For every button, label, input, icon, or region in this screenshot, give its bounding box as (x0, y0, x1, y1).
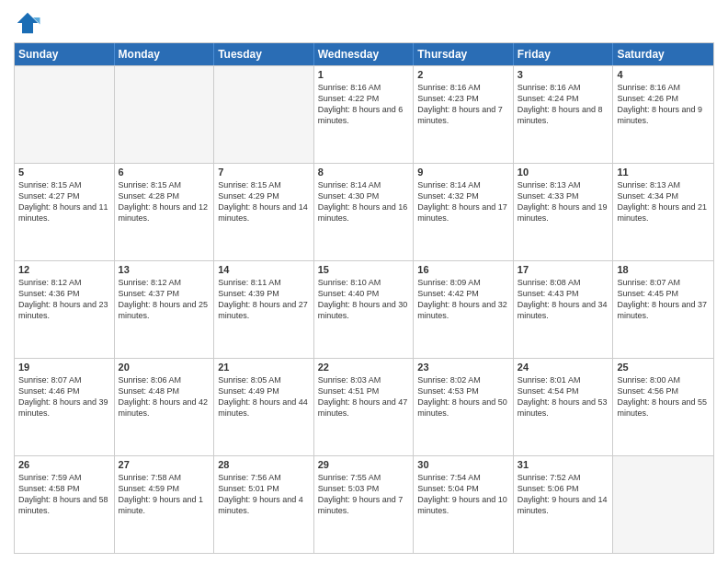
day-number: 30 (417, 459, 509, 470)
calendar-cell: 9Sunrise: 8:14 AM Sunset: 4:32 PM Daylig… (414, 164, 514, 260)
calendar-cell: 17Sunrise: 8:08 AM Sunset: 4:43 PM Dayli… (514, 261, 614, 358)
day-number: 8 (318, 167, 410, 178)
calendar-cell: 6Sunrise: 8:15 AM Sunset: 4:28 PM Daylig… (115, 164, 215, 260)
day-number: 17 (518, 264, 609, 275)
day-info: Sunrise: 8:16 AM Sunset: 4:23 PM Dayligh… (417, 82, 509, 127)
calendar-cell (115, 66, 215, 163)
weekday-header: Friday (514, 43, 614, 65)
day-number: 15 (318, 264, 410, 275)
day-number: 23 (417, 362, 509, 373)
day-info: Sunrise: 8:15 AM Sunset: 4:27 PM Dayligh… (18, 179, 110, 224)
calendar-cell: 1Sunrise: 8:16 AM Sunset: 4:22 PM Daylig… (314, 66, 415, 163)
weekday-header: Wednesday (314, 43, 415, 65)
calendar-row: 26Sunrise: 7:59 AM Sunset: 4:58 PM Dayli… (15, 455, 713, 553)
day-info: Sunrise: 8:08 AM Sunset: 4:43 PM Dayligh… (518, 277, 609, 322)
calendar-cell: 18Sunrise: 8:07 AM Sunset: 4:45 PM Dayli… (613, 261, 713, 358)
day-info: Sunrise: 8:02 AM Sunset: 4:53 PM Dayligh… (417, 374, 509, 419)
calendar-cell: 22Sunrise: 8:03 AM Sunset: 4:51 PM Dayli… (314, 359, 415, 455)
day-info: Sunrise: 8:14 AM Sunset: 4:30 PM Dayligh… (318, 179, 410, 224)
day-number: 26 (18, 459, 110, 470)
day-info: Sunrise: 8:15 AM Sunset: 4:28 PM Dayligh… (119, 179, 210, 224)
day-info: Sunrise: 7:58 AM Sunset: 4:59 PM Dayligh… (119, 472, 210, 517)
day-number: 13 (119, 264, 210, 275)
calendar-cell: 29Sunrise: 7:55 AM Sunset: 5:03 PM Dayli… (314, 456, 415, 553)
day-number: 29 (318, 459, 410, 470)
day-number: 7 (218, 167, 310, 178)
calendar-cell: 7Sunrise: 8:15 AM Sunset: 4:29 PM Daylig… (214, 164, 314, 260)
calendar-header: SundayMondayTuesdayWednesdayThursdayFrid… (15, 43, 713, 65)
weekday-header: Monday (115, 43, 215, 65)
day-number: 19 (18, 362, 110, 373)
day-number: 6 (119, 167, 210, 178)
day-info: Sunrise: 8:13 AM Sunset: 4:33 PM Dayligh… (518, 179, 609, 224)
day-info: Sunrise: 8:07 AM Sunset: 4:45 PM Dayligh… (617, 277, 710, 322)
calendar-cell: 3Sunrise: 8:16 AM Sunset: 4:24 PM Daylig… (514, 66, 614, 163)
calendar-cell: 24Sunrise: 8:01 AM Sunset: 4:54 PM Dayli… (514, 359, 614, 455)
day-number: 12 (18, 264, 110, 275)
day-info: Sunrise: 8:10 AM Sunset: 4:40 PM Dayligh… (318, 277, 410, 322)
calendar-cell: 19Sunrise: 8:07 AM Sunset: 4:46 PM Dayli… (15, 359, 115, 455)
day-number: 16 (417, 264, 509, 275)
day-number: 28 (218, 459, 310, 470)
day-number: 22 (318, 362, 410, 373)
calendar-body: 1Sunrise: 8:16 AM Sunset: 4:22 PM Daylig… (15, 65, 713, 553)
day-info: Sunrise: 8:09 AM Sunset: 4:42 PM Dayligh… (417, 277, 509, 322)
calendar-cell: 2Sunrise: 8:16 AM Sunset: 4:23 PM Daylig… (414, 66, 514, 163)
day-info: Sunrise: 8:14 AM Sunset: 4:32 PM Dayligh… (417, 179, 509, 224)
day-number: 27 (119, 459, 210, 470)
day-number: 1 (318, 69, 410, 80)
day-info: Sunrise: 8:01 AM Sunset: 4:54 PM Dayligh… (518, 374, 609, 419)
weekday-header: Sunday (15, 43, 115, 65)
day-number: 5 (18, 167, 110, 178)
calendar-row: 5Sunrise: 8:15 AM Sunset: 4:27 PM Daylig… (15, 163, 713, 260)
page-header (14, 9, 714, 37)
day-number: 20 (119, 362, 210, 373)
calendar-cell: 12Sunrise: 8:12 AM Sunset: 4:36 PM Dayli… (15, 261, 115, 358)
day-info: Sunrise: 8:12 AM Sunset: 4:36 PM Dayligh… (18, 277, 110, 322)
calendar-cell: 23Sunrise: 8:02 AM Sunset: 4:53 PM Dayli… (414, 359, 514, 455)
calendar-cell: 11Sunrise: 8:13 AM Sunset: 4:34 PM Dayli… (613, 164, 713, 260)
day-info: Sunrise: 8:07 AM Sunset: 4:46 PM Dayligh… (18, 374, 110, 419)
calendar-cell: 5Sunrise: 8:15 AM Sunset: 4:27 PM Daylig… (15, 164, 115, 260)
day-number: 11 (617, 167, 710, 178)
day-info: Sunrise: 7:59 AM Sunset: 4:58 PM Dayligh… (18, 472, 110, 517)
calendar-row: 12Sunrise: 8:12 AM Sunset: 4:36 PM Dayli… (15, 260, 713, 358)
day-info: Sunrise: 7:54 AM Sunset: 5:04 PM Dayligh… (417, 472, 509, 517)
calendar-row: 19Sunrise: 8:07 AM Sunset: 4:46 PM Dayli… (15, 358, 713, 455)
calendar-cell: 28Sunrise: 7:56 AM Sunset: 5:01 PM Dayli… (214, 456, 314, 553)
calendar-cell: 20Sunrise: 8:06 AM Sunset: 4:48 PM Dayli… (115, 359, 215, 455)
day-info: Sunrise: 7:52 AM Sunset: 5:06 PM Dayligh… (518, 472, 609, 517)
day-number: 9 (417, 167, 509, 178)
day-number: 2 (417, 69, 509, 80)
day-info: Sunrise: 8:13 AM Sunset: 4:34 PM Dayligh… (617, 179, 710, 224)
calendar-cell: 21Sunrise: 8:05 AM Sunset: 4:49 PM Dayli… (214, 359, 314, 455)
logo-icon (14, 9, 41, 37)
day-info: Sunrise: 8:03 AM Sunset: 4:51 PM Dayligh… (318, 374, 410, 419)
day-info: Sunrise: 8:15 AM Sunset: 4:29 PM Dayligh… (218, 179, 310, 224)
day-info: Sunrise: 8:06 AM Sunset: 4:48 PM Dayligh… (119, 374, 210, 419)
day-number: 10 (518, 167, 609, 178)
weekday-header: Thursday (414, 43, 514, 65)
day-info: Sunrise: 8:11 AM Sunset: 4:39 PM Dayligh… (218, 277, 310, 322)
day-number: 4 (617, 69, 710, 80)
logo (14, 9, 45, 37)
calendar-cell: 26Sunrise: 7:59 AM Sunset: 4:58 PM Dayli… (15, 456, 115, 553)
day-number: 14 (218, 264, 310, 275)
weekday-header: Saturday (613, 43, 713, 65)
calendar-cell (15, 66, 115, 163)
calendar-cell: 14Sunrise: 8:11 AM Sunset: 4:39 PM Dayli… (214, 261, 314, 358)
calendar-row: 1Sunrise: 8:16 AM Sunset: 4:22 PM Daylig… (15, 65, 713, 163)
calendar-cell (613, 456, 713, 553)
day-info: Sunrise: 7:55 AM Sunset: 5:03 PM Dayligh… (318, 472, 410, 517)
calendar-cell: 27Sunrise: 7:58 AM Sunset: 4:59 PM Dayli… (115, 456, 215, 553)
day-number: 25 (617, 362, 710, 373)
calendar-cell: 16Sunrise: 8:09 AM Sunset: 4:42 PM Dayli… (414, 261, 514, 358)
day-info: Sunrise: 7:56 AM Sunset: 5:01 PM Dayligh… (218, 472, 310, 517)
calendar-cell: 4Sunrise: 8:16 AM Sunset: 4:26 PM Daylig… (613, 66, 713, 163)
calendar-cell: 8Sunrise: 8:14 AM Sunset: 4:30 PM Daylig… (314, 164, 415, 260)
calendar-cell: 25Sunrise: 8:00 AM Sunset: 4:56 PM Dayli… (613, 359, 713, 455)
calendar-cell: 13Sunrise: 8:12 AM Sunset: 4:37 PM Dayli… (115, 261, 215, 358)
day-number: 18 (617, 264, 710, 275)
calendar-cell: 10Sunrise: 8:13 AM Sunset: 4:33 PM Dayli… (514, 164, 614, 260)
weekday-header: Tuesday (214, 43, 314, 65)
